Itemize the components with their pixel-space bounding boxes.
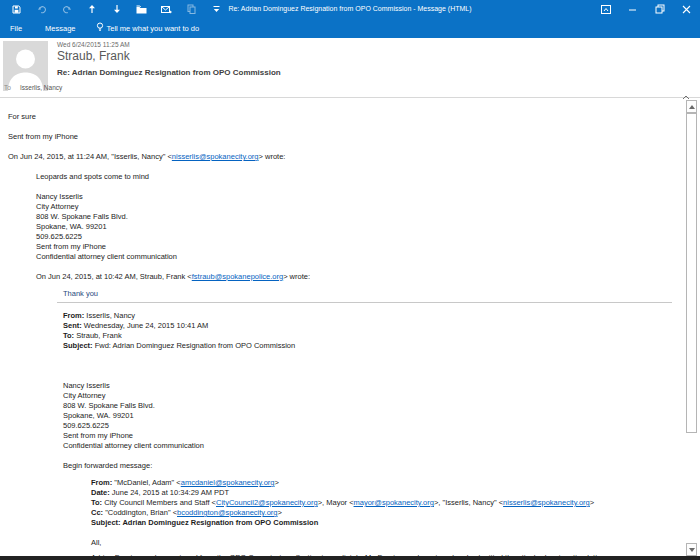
- body-line: 509.625.6225: [63, 421, 686, 431]
- body-line: 509.625.6225: [36, 232, 686, 242]
- text-segment: >, Mayor <: [318, 498, 354, 507]
- body-line: Leopards and spots come to mind: [36, 172, 686, 182]
- text-segment: >, "Isserlis, Nancy" <: [434, 498, 503, 507]
- text-segment: From:: [91, 478, 112, 487]
- body-line: To: City Council Members and Staff <City…: [91, 498, 686, 508]
- body-line: City Attorney: [36, 202, 686, 212]
- text-segment: Sent from my iPhone: [63, 431, 133, 440]
- text-segment: All,: [91, 538, 101, 547]
- body-line: For sure: [8, 112, 686, 122]
- text-segment: Thank you: [63, 289, 98, 298]
- body-line: Spokane, WA. 99201: [36, 222, 686, 232]
- body-line: Nancy Isserlis: [63, 381, 686, 391]
- scroll-down-icon[interactable]: [686, 543, 697, 556]
- text-segment: Subject: Adrian Dominguez Resignation fr…: [91, 518, 318, 527]
- message-sender[interactable]: Straub, Frank: [57, 49, 130, 63]
- redo-icon[interactable]: [54, 0, 79, 18]
- body-line: Thank you: [63, 289, 686, 299]
- text-segment: Cc:: [91, 508, 103, 517]
- scroll-up-icon[interactable]: [686, 100, 697, 113]
- text-segment: Spokane, WA. 99201: [36, 222, 107, 231]
- text-segment: On Jun 24, 2015, at 11:24 AM, "Isserlis,…: [8, 152, 172, 161]
- text-segment: Confidential attorney client communicati…: [36, 252, 177, 261]
- body-line: Confidential attorney client communicati…: [63, 441, 686, 451]
- body-line: From: "McDaniel, Adam" <amcdaniel@spokan…: [91, 478, 686, 488]
- body-line: From: Isserlis, Nancy: [63, 311, 686, 321]
- text-segment: Sent:: [63, 321, 82, 330]
- email-link[interactable]: amcdaniel@spokanecity.org: [181, 478, 275, 487]
- body-line: All,: [91, 538, 686, 548]
- text-segment: For sure: [8, 112, 36, 121]
- text-segment: Begin forwarded message:: [63, 461, 152, 470]
- text-segment: Isserlis, Nancy: [84, 311, 135, 320]
- body-line: On Jun 24, 2015, at 10:42 AM, Straub, Fr…: [36, 272, 686, 282]
- email-link[interactable]: nisserlis@spokanecity.org: [172, 152, 259, 161]
- tab-message[interactable]: Message: [45, 24, 75, 33]
- text-segment: To:: [63, 331, 74, 340]
- text-segment: Date:: [91, 488, 110, 497]
- message-date: Wed 6/24/2015 11:25 AM: [57, 41, 130, 48]
- text-segment: >: [275, 478, 279, 487]
- text-segment: June 24, 2015 at 10:34:29 AM PDT: [110, 488, 229, 497]
- minimize-icon[interactable]: [619, 0, 646, 18]
- text-segment: On Jun 24, 2015, at 10:42 AM, Straub, Fr…: [36, 272, 192, 281]
- text-segment: > wrote:: [259, 152, 286, 161]
- next-item-icon[interactable]: [104, 0, 129, 18]
- body-line: Subject: Adrian Dominguez Resignation fr…: [91, 518, 686, 528]
- close-icon[interactable]: [673, 0, 700, 18]
- body-line: On Jun 24, 2015, at 11:24 AM, "Isserlis,…: [8, 152, 686, 162]
- scrollbar-thumb[interactable]: [686, 113, 697, 433]
- previous-item-icon[interactable]: [79, 0, 104, 18]
- email-body: For sureSent from my iPhoneOn Jun 24, 20…: [0, 98, 686, 556]
- text-segment: To:: [91, 498, 102, 507]
- quick-access-toolbar: [4, 0, 229, 18]
- move-to-folder-icon[interactable]: [129, 0, 154, 18]
- text-segment: "Coddington, Brian" <: [103, 508, 177, 517]
- body-line: Nancy Isserlis: [36, 192, 686, 202]
- title-bar: Re: Adrian Dominguez Resignation from OP…: [0, 0, 700, 18]
- restore-icon[interactable]: [646, 0, 673, 18]
- body-line: Sent from my iPhone: [63, 431, 686, 441]
- body-line: 808 W. Spokane Falls Blvd.: [63, 401, 686, 411]
- body-line: City Attorney: [63, 391, 686, 401]
- text-segment: Subject:: [63, 341, 93, 350]
- ribbon-display-options-icon[interactable]: [592, 0, 619, 18]
- copy-icon[interactable]: [179, 0, 204, 18]
- save-icon[interactable]: [4, 0, 29, 18]
- send-receive-icon[interactable]: [154, 0, 179, 18]
- text-segment: 509.625.6225: [36, 232, 82, 241]
- email-link[interactable]: fstraub@spokanepolice.org: [192, 272, 283, 281]
- tell-me-label: Tell me what you want to do: [107, 24, 200, 33]
- body-line: Sent from my iPhone: [8, 132, 686, 142]
- text-segment: "McDaniel, Adam" <: [112, 478, 180, 487]
- body-line: Subject: Fwd: Adrian Dominguez Resignati…: [63, 341, 686, 351]
- body-line: To: Straub, Frank: [63, 331, 686, 341]
- outlook-message-window: Re: Adrian Dominguez Resignation from OP…: [0, 0, 700, 560]
- text-segment: City Attorney: [63, 391, 106, 400]
- email-link[interactable]: nisserlis@spokanecity.org: [503, 498, 590, 507]
- window-controls: [592, 0, 700, 18]
- text-segment: Fwd: Adrian Dominguez Resignation from O…: [93, 341, 296, 350]
- message-header: Wed 6/24/2015 11:25 AM Straub, Frank Re:…: [0, 38, 700, 98]
- body-line: Sent: Wednesday, June 24, 2015 10:41 AM: [63, 321, 686, 331]
- email-link[interactable]: CityCouncil2@spokanecity.org: [216, 498, 318, 507]
- ribbon-tab-row: File Message Tell me what you want to do: [0, 18, 700, 38]
- window-bottom-edge: [0, 556, 700, 560]
- message-subject: Re: Adrian Dominguez Resignation from OP…: [57, 68, 281, 77]
- text-segment: 808 W. Spokane Falls Blvd.: [36, 212, 128, 221]
- to-recipient[interactable]: Isserlis, Nancy: [20, 84, 62, 91]
- email-link[interactable]: bcoddington@spokanecity.org: [177, 508, 277, 517]
- text-segment: Nancy Isserlis: [36, 192, 83, 201]
- customize-quick-access-icon[interactable]: [204, 0, 229, 18]
- text-segment: Wednesday, June 24, 2015 10:41 AM: [82, 321, 208, 330]
- tell-me-box[interactable]: Tell me what you want to do: [96, 22, 200, 34]
- text-segment: Leopards and spots come to mind: [36, 172, 149, 181]
- body-line: 808 W. Spokane Falls Blvd.: [36, 212, 686, 222]
- tab-file[interactable]: File: [10, 24, 22, 33]
- lightbulb-icon: [96, 22, 104, 34]
- email-link[interactable]: mayor@spokanecity.org: [354, 498, 434, 507]
- text-segment: > wrote:: [283, 272, 310, 281]
- vertical-scrollbar[interactable]: [686, 100, 697, 556]
- undo-icon[interactable]: [29, 0, 54, 18]
- text-segment: From:: [63, 311, 84, 320]
